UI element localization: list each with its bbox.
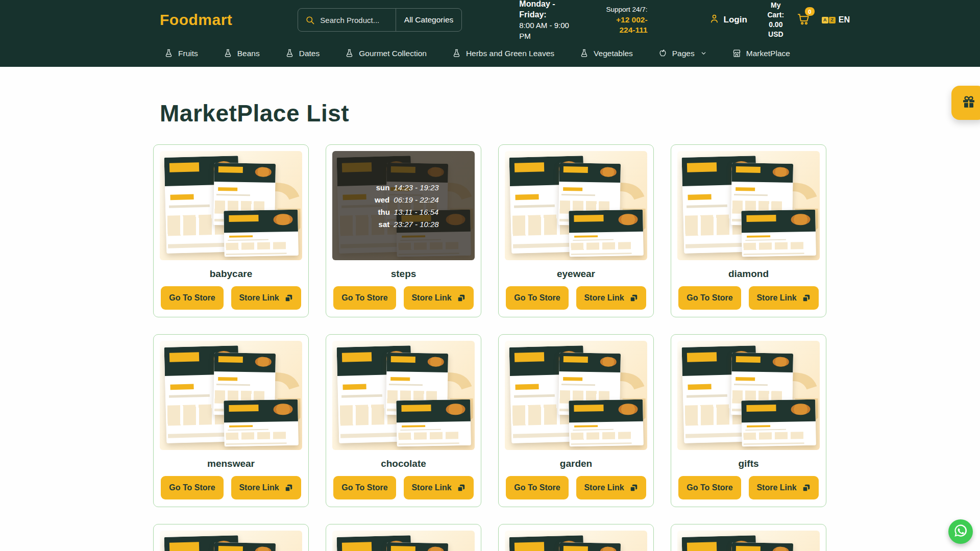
site-preview-page bbox=[224, 399, 299, 446]
category-dropdown[interactable]: All Categories bbox=[396, 9, 462, 31]
whatsapp-button[interactable] bbox=[948, 519, 973, 544]
support-label: Support 24/7: bbox=[600, 5, 647, 15]
nav-item-vegetables[interactable]: Vegetables bbox=[579, 48, 633, 58]
flag-letter-z: Z bbox=[829, 17, 836, 23]
store-card-babycare: GbabycareGo To StoreStore Link bbox=[153, 144, 309, 317]
store-thumbnail[interactable]: G bbox=[677, 531, 820, 551]
store-link-button[interactable]: Store Link bbox=[576, 476, 646, 499]
store-thumbnail[interactable]: Gsun14:23 - 19:23wed06:19 - 22:24thu13:1… bbox=[332, 151, 475, 260]
store-thumbnail[interactable]: G bbox=[505, 151, 647, 260]
gift-icon bbox=[961, 94, 976, 112]
copy-icon bbox=[456, 483, 466, 493]
store-card: GGo To StoreStore Link bbox=[326, 524, 481, 551]
store-thumbnail[interactable]: G bbox=[505, 341, 647, 450]
nav-item-herbs-and-green-leaves[interactable]: Herbs and Green Leaves bbox=[452, 48, 554, 58]
login-button[interactable]: Login bbox=[709, 13, 747, 27]
card-actions: Go To StoreStore Link bbox=[677, 476, 820, 499]
copy-icon bbox=[801, 293, 811, 303]
store-link-label: Store Link bbox=[239, 483, 279, 492]
support-phone[interactable]: +12 002-224-111 bbox=[600, 15, 647, 35]
flask-icon bbox=[452, 48, 461, 58]
opening-hours-time: 8:00 AM - 9:00 PM bbox=[519, 20, 571, 41]
opening-hours: Monday - Friday: 8:00 AM - 9:00 PM bbox=[519, 0, 571, 41]
store-hours-row: sat23:27 - 10:28 bbox=[368, 220, 438, 229]
site-preview-page bbox=[386, 542, 448, 551]
store-thumbnail[interactable]: G bbox=[160, 341, 302, 450]
card-actions: Go To StoreStore Link bbox=[332, 286, 475, 310]
site-preview-page bbox=[558, 542, 621, 551]
store-link-button[interactable]: Store Link bbox=[404, 286, 474, 310]
nav-item-label: Dates bbox=[299, 49, 320, 58]
store-thumbnail[interactable]: G bbox=[160, 151, 302, 260]
nav-item-label: Fruits bbox=[178, 49, 198, 58]
flask-icon bbox=[285, 48, 295, 58]
store-link-button[interactable]: Store Link bbox=[576, 286, 646, 310]
go-to-store-button[interactable]: Go To Store bbox=[506, 476, 569, 499]
go-to-store-button[interactable]: Go To Store bbox=[161, 476, 224, 499]
flask-icon bbox=[164, 48, 174, 58]
card-actions: Go To StoreStore Link bbox=[332, 476, 475, 499]
store-icon bbox=[732, 48, 742, 58]
store-link-label: Store Link bbox=[756, 483, 796, 492]
store-thumbnail[interactable]: G bbox=[505, 531, 647, 551]
store-card: GGo To StoreStore Link bbox=[671, 524, 826, 551]
hours-day: sat bbox=[368, 220, 389, 229]
store-link-button[interactable]: Store Link bbox=[231, 286, 301, 310]
copy-icon bbox=[284, 483, 293, 493]
store-hours-overlay: sun14:23 - 19:23wed06:19 - 22:24thu13:11… bbox=[332, 151, 475, 260]
nav-item-dates[interactable]: Dates bbox=[285, 48, 320, 58]
store-name: garden bbox=[505, 458, 647, 469]
store-thumbnail[interactable]: G bbox=[677, 341, 820, 450]
store-link-button[interactable]: Store Link bbox=[231, 476, 301, 499]
go-to-store-button[interactable]: Go To Store bbox=[678, 286, 741, 310]
card-actions: Go To StoreStore Link bbox=[160, 286, 302, 310]
page-title: MarketPlace List bbox=[160, 99, 980, 127]
store-card-diamond: GdiamondGo To StoreStore Link bbox=[671, 144, 826, 317]
nav-item-marketplace[interactable]: MarketPlace bbox=[732, 48, 790, 58]
top-bar: Foodmart All Categories Monday - Friday:… bbox=[0, 0, 980, 40]
store-hours-row: thu13:11 - 16:54 bbox=[369, 208, 438, 216]
go-to-store-button[interactable]: Go To Store bbox=[506, 286, 569, 310]
store-card: GGo To StoreStore Link bbox=[153, 524, 309, 551]
nav-item-label: Pages bbox=[672, 49, 695, 58]
search-icon bbox=[298, 15, 320, 25]
cart-button[interactable]: 0 bbox=[796, 12, 812, 28]
store-thumbnail[interactable]: G bbox=[332, 341, 475, 450]
store-link-label: Store Link bbox=[411, 293, 451, 303]
flask-icon bbox=[345, 48, 354, 58]
language-label: EN bbox=[839, 15, 850, 24]
card-actions: Go To StoreStore Link bbox=[677, 286, 820, 310]
nav-item-beans[interactable]: Beans bbox=[223, 48, 260, 58]
store-link-button[interactable]: Store Link bbox=[749, 476, 819, 499]
store-link-button[interactable]: Store Link bbox=[404, 476, 474, 499]
nav-item-fruits[interactable]: Fruits bbox=[164, 48, 198, 58]
flask-icon bbox=[223, 48, 233, 58]
store-thumbnail[interactable]: G bbox=[677, 151, 820, 260]
go-to-store-button[interactable]: Go To Store bbox=[161, 286, 224, 310]
store-name: diamond bbox=[677, 268, 820, 280]
logo[interactable]: Foodmart bbox=[160, 11, 232, 29]
store-thumbnail[interactable]: G bbox=[160, 531, 302, 551]
language-switcher[interactable]: A Z EN bbox=[822, 15, 850, 24]
card-actions: Go To StoreStore Link bbox=[505, 286, 647, 310]
store-link-button[interactable]: Store Link bbox=[749, 286, 819, 310]
store-name: chocolate bbox=[332, 458, 475, 469]
go-to-store-button[interactable]: Go To Store bbox=[678, 476, 741, 499]
store-card-eyewear: GeyewearGo To StoreStore Link bbox=[498, 144, 654, 317]
gift-offer-button[interactable] bbox=[951, 86, 980, 120]
nav-item-gourmet-collection[interactable]: Gourmet Collection bbox=[345, 48, 427, 58]
go-to-store-button[interactable]: Go To Store bbox=[333, 286, 396, 310]
search-input[interactable] bbox=[320, 16, 396, 24]
store-card-steps: Gsun14:23 - 19:23wed06:19 - 22:24thu13:1… bbox=[326, 144, 481, 317]
site-preview-page bbox=[396, 399, 471, 446]
go-to-store-button[interactable]: Go To Store bbox=[333, 476, 396, 499]
copy-icon bbox=[629, 293, 639, 303]
flask-icon bbox=[579, 48, 589, 58]
store-thumbnail[interactable]: G bbox=[332, 531, 475, 551]
chevron-down-icon bbox=[700, 50, 707, 57]
flag-letter-a: A bbox=[822, 17, 828, 23]
store-link-label: Store Link bbox=[411, 483, 451, 492]
copy-icon bbox=[801, 483, 811, 493]
nav-item-pages[interactable]: Pages bbox=[658, 48, 707, 58]
store-link-label: Store Link bbox=[756, 293, 796, 303]
